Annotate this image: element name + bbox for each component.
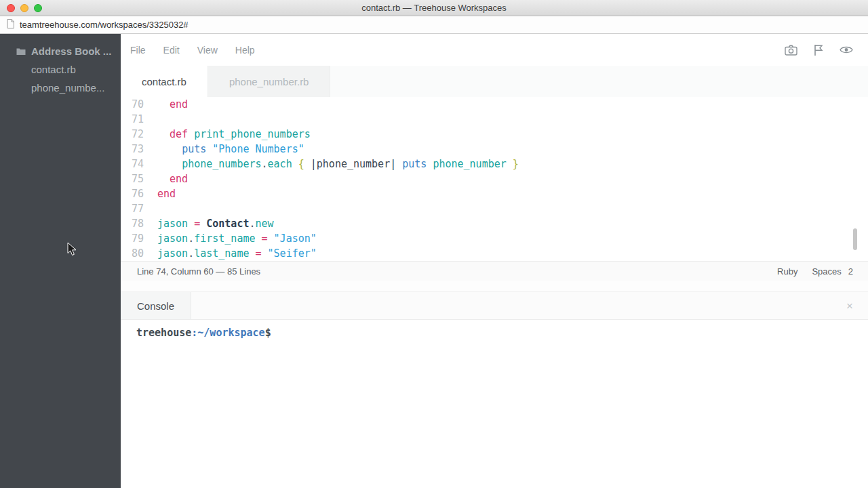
code-segment: phone_number (433, 158, 506, 170)
code-line[interactable]: 72 def print_phone_numbers (121, 127, 868, 142)
menu-item-help[interactable]: Help (235, 45, 255, 56)
code-segment: end (170, 173, 188, 185)
code-text: jason.first_name = "Jason" (157, 232, 317, 245)
code-segment: puts (402, 158, 427, 170)
code-segment (396, 158, 402, 170)
code-segment: each (268, 158, 292, 170)
code-segment (206, 143, 212, 155)
editor-tabbar: contact.rb phone_number.rb (121, 66, 868, 97)
tab-contact-rb[interactable]: contact.rb (121, 66, 208, 97)
sidebar-item-phone-numbe[interactable]: phone_numbe... (0, 79, 121, 97)
code-segment: new (256, 218, 274, 230)
flag-icon[interactable] (814, 44, 823, 56)
code-segment (157, 98, 170, 110)
code-line[interactable]: 75 end (121, 171, 868, 186)
code-segment: . (188, 232, 194, 245)
code-segment: = (262, 232, 268, 245)
sidebar-item-label: contact.rb (31, 64, 76, 75)
code-segment: = (194, 218, 200, 230)
code-text: end (157, 188, 176, 200)
code-line[interactable]: 76end (121, 186, 868, 201)
folder-icon (16, 47, 26, 56)
code-segment (249, 247, 255, 260)
workspace-main: FileEditViewHelp contact.rb (121, 34, 868, 488)
indent-setting[interactable]: Spaces 2 (812, 266, 853, 277)
console-close-icon[interactable]: × (846, 300, 853, 312)
code-line[interactable]: 71 (121, 112, 868, 127)
code-segment: end (170, 98, 188, 110)
code-segment (292, 158, 298, 170)
code-segment: } (513, 158, 519, 170)
language-mode[interactable]: Ruby (777, 266, 797, 277)
code-segment: { (298, 158, 304, 170)
code-text: puts "Phone Numbers" (157, 143, 304, 155)
code-segment: jason (157, 218, 188, 230)
code-segment (157, 158, 182, 170)
code-line[interactable]: 70 end (121, 97, 868, 112)
code-segment (188, 128, 194, 140)
line-number: 75 (121, 173, 144, 185)
tab-phone-number-rb[interactable]: phone_number.rb (208, 66, 331, 97)
code-segment: . (249, 218, 255, 230)
sidebar-item-contact-rb[interactable]: contact.rb (0, 60, 121, 79)
menubar-icons (785, 44, 853, 56)
code-line[interactable]: 73 puts "Phone Numbers" (121, 142, 868, 157)
console-tab-label: Console (137, 300, 174, 312)
line-number: 71 (121, 113, 144, 125)
spaces-value: 2 (848, 266, 853, 277)
code-line[interactable]: 77 (121, 201, 868, 216)
eye-icon[interactable] (840, 45, 853, 54)
code-segment (157, 128, 170, 140)
editor-statusbar: Line 74, Column 60 — 85 Lines Ruby Space… (121, 261, 868, 281)
code-segment: jason (157, 247, 188, 260)
code-segment: "Jason" (274, 232, 317, 245)
menu-item-file[interactable]: File (130, 45, 146, 56)
camera-icon[interactable] (785, 45, 797, 56)
code-text: end (157, 173, 188, 185)
window-zoom-button[interactable] (34, 4, 42, 12)
sidebar-item-address-book[interactable]: Address Book ... (0, 42, 121, 60)
window-title: contact.rb — Treehouse Workspaces (361, 3, 507, 13)
editor-scrollbar-thumb[interactable] (853, 228, 857, 250)
code-segment (157, 143, 182, 155)
window-minimize-button[interactable] (20, 4, 28, 12)
code-segment (188, 218, 194, 230)
code-segment: phone_numbers (182, 158, 261, 170)
console-terminal[interactable]: treehouse:~/workspace$ (121, 320, 868, 488)
code-editor[interactable]: 70 end7172 def print_phone_numbers73 put… (121, 97, 868, 261)
code-segment: "Seifer" (268, 247, 317, 260)
line-number: 74 (121, 158, 144, 170)
code-segment: print_phone_numbers (194, 128, 311, 140)
line-number: 78 (121, 218, 144, 230)
code-segment: last_name (194, 247, 249, 260)
window-titlebar: contact.rb — Treehouse Workspaces (0, 0, 868, 16)
statusbar-right: Ruby Spaces 2 (777, 266, 853, 277)
code-line[interactable]: 79jason.first_name = "Jason" (121, 231, 868, 246)
code-segment (200, 218, 206, 230)
menu-item-view[interactable]: View (197, 45, 218, 56)
code-segment: Contact (206, 218, 249, 230)
spaces-label: Spaces (812, 266, 841, 277)
traffic-lights (7, 4, 42, 12)
window-close-button[interactable] (7, 4, 15, 12)
code-text: phone_numbers.each { |phone_number| puts… (157, 158, 519, 170)
cursor-position: Line 74, Column 60 — 85 Lines (137, 266, 260, 277)
code-text: end (157, 98, 188, 110)
tab-label: phone_number.rb (229, 76, 309, 87)
console-header: Console × (121, 291, 868, 320)
menu-item-edit[interactable]: Edit (163, 45, 180, 56)
url-field[interactable]: teamtreehouse.com/workspaces/3325032# (20, 20, 189, 30)
tab-label: contact.rb (142, 76, 186, 87)
code-segment (256, 232, 262, 245)
console-tab[interactable]: Console (121, 292, 191, 319)
sidebar-item-label: phone_numbe... (31, 82, 104, 94)
code-segment (262, 247, 268, 260)
line-number: 80 (121, 247, 144, 260)
line-number: 70 (121, 98, 144, 110)
code-line[interactable]: 80jason.last_name = "Seifer" (121, 246, 868, 261)
page-icon (7, 19, 14, 31)
code-line[interactable]: 78jason = Contact.new (121, 216, 868, 231)
code-line[interactable]: 74 phone_numbers.each { |phone_number| p… (121, 157, 868, 171)
content-area: Address Book ...contact.rbphone_numbe...… (0, 34, 868, 488)
code-text: jason.last_name = "Seifer" (157, 247, 317, 260)
